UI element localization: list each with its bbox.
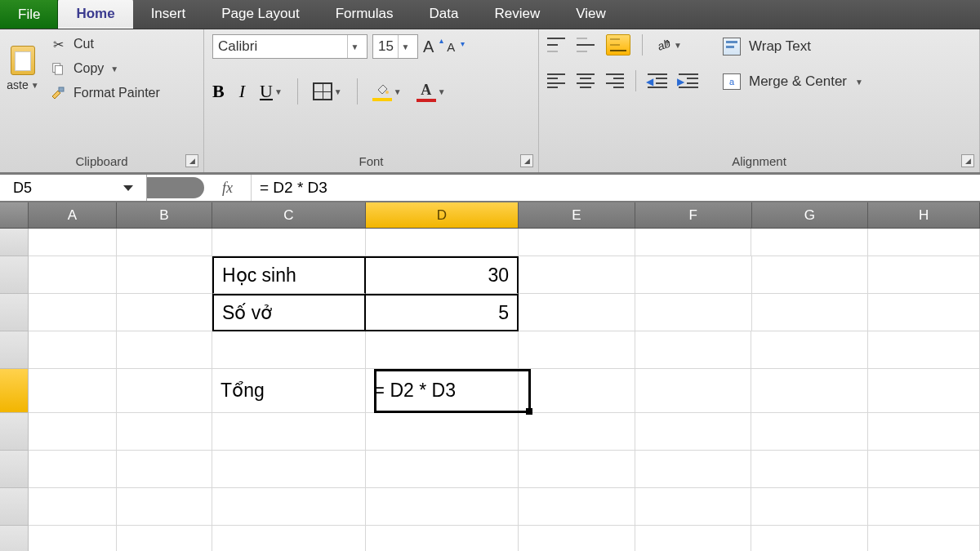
cell[interactable] [751, 526, 868, 551]
cell[interactable] [117, 451, 212, 488]
cell[interactable] [635, 294, 752, 331]
col-header-A[interactable]: A [29, 202, 117, 228]
cell[interactable] [366, 526, 519, 551]
orientation-button[interactable]: ab ▼ [654, 36, 682, 54]
col-header-D[interactable]: D [366, 202, 519, 228]
cell[interactable] [29, 331, 117, 369]
row-header[interactable] [0, 526, 29, 551]
cell[interactable] [868, 256, 980, 294]
cell[interactable] [29, 369, 117, 413]
cell[interactable] [868, 294, 980, 331]
cell[interactable] [751, 369, 868, 413]
cut-button[interactable]: ✂ Cut [49, 34, 160, 54]
copy-button[interactable]: Copy ▼ [49, 59, 160, 78]
dialog-launcher-icon[interactable]: ◢ [520, 154, 533, 167]
cell[interactable] [29, 413, 117, 451]
formula-input[interactable]: = D2 * D3 [252, 175, 980, 201]
row-header[interactable] [0, 451, 29, 488]
align-middle-button[interactable] [577, 38, 595, 52]
cell[interactable] [29, 256, 117, 294]
cell[interactable] [635, 369, 752, 413]
cell[interactable] [751, 413, 868, 451]
row-header[interactable] [0, 294, 29, 331]
cell[interactable] [519, 451, 635, 488]
italic-button[interactable]: I [239, 81, 245, 102]
cell[interactable] [519, 526, 635, 551]
cell[interactable] [117, 413, 212, 451]
cell[interactable] [752, 294, 869, 331]
select-all-corner[interactable] [0, 202, 29, 228]
cell[interactable] [868, 413, 980, 451]
align-center-button[interactable] [577, 73, 595, 88]
cell[interactable] [868, 331, 980, 369]
cell[interactable] [117, 256, 212, 294]
cell[interactable] [868, 451, 980, 488]
row-header[interactable] [0, 413, 29, 451]
tab-review[interactable]: Review [476, 0, 558, 29]
cell-D2[interactable]: 30 [366, 256, 519, 294]
cell[interactable] [635, 229, 752, 256]
cell-D3[interactable]: 5 [366, 294, 519, 331]
shrink-font-button[interactable]: A▾ [447, 40, 463, 54]
format-painter-button[interactable]: Format Painter [49, 83, 160, 103]
cell-C3[interactable]: Số vở [212, 294, 366, 331]
cell[interactable] [117, 369, 212, 413]
cell[interactable] [519, 256, 635, 294]
grow-font-button[interactable]: A▴ [423, 38, 442, 56]
tab-formulas[interactable]: Formulas [318, 0, 412, 29]
row-header[interactable] [0, 488, 29, 526]
cell[interactable] [29, 294, 117, 331]
row-header[interactable] [0, 256, 29, 294]
dialog-launcher-icon[interactable]: ◢ [961, 154, 974, 167]
cell[interactable] [635, 526, 752, 551]
borders-button[interactable]: ▼ [313, 82, 342, 100]
cell[interactable] [117, 331, 212, 369]
row-header[interactable] [0, 331, 29, 369]
cell[interactable] [868, 488, 980, 526]
cell[interactable] [519, 413, 635, 451]
tab-insert[interactable]: Insert [133, 0, 204, 29]
cell[interactable] [868, 369, 980, 413]
cell[interactable] [117, 294, 212, 331]
cell[interactable] [117, 488, 212, 526]
cell[interactable] [29, 229, 117, 256]
underline-button[interactable]: U▼ [260, 81, 283, 102]
cell[interactable] [366, 331, 519, 369]
cell[interactable] [751, 331, 868, 369]
cell[interactable] [212, 488, 365, 526]
cell[interactable] [635, 331, 752, 369]
cell[interactable] [635, 488, 752, 526]
dialog-launcher-icon[interactable]: ◢ [185, 154, 198, 167]
cell[interactable] [212, 413, 365, 451]
cell[interactable] [212, 451, 365, 488]
fx-button[interactable]: fx [204, 175, 252, 201]
cell[interactable] [212, 229, 365, 256]
cell[interactable] [29, 526, 117, 551]
tab-view[interactable]: View [558, 0, 624, 29]
chevron-down-icon[interactable]: ▼ [398, 35, 412, 58]
increase-indent-button[interactable]: ▶ [679, 73, 698, 88]
col-header-H[interactable]: H [868, 202, 980, 228]
cell[interactable] [29, 488, 117, 526]
cell[interactable] [752, 256, 869, 294]
paste-button[interactable]: aste ▼ [8, 46, 38, 91]
cell[interactable] [519, 331, 635, 369]
cell[interactable] [519, 488, 635, 526]
cell[interactable] [117, 526, 212, 551]
cell[interactable] [519, 229, 635, 256]
cell[interactable] [868, 229, 980, 256]
chevron-down-icon[interactable]: ▼ [347, 35, 362, 58]
tab-page-layout[interactable]: Page Layout [203, 0, 317, 29]
cell-D5[interactable]: = D2 * D3 [366, 369, 519, 413]
cell[interactable] [635, 413, 752, 451]
font-name-select[interactable]: Calibri ▼ [212, 34, 368, 59]
col-header-E[interactable]: E [519, 202, 635, 228]
col-header-F[interactable]: F [635, 202, 752, 228]
cell[interactable] [212, 526, 365, 551]
cell[interactable] [751, 488, 868, 526]
cell[interactable] [519, 294, 635, 331]
cell[interactable] [366, 451, 519, 488]
align-bottom-button[interactable] [606, 34, 630, 56]
cell[interactable] [117, 229, 212, 256]
align-right-button[interactable] [606, 73, 624, 88]
